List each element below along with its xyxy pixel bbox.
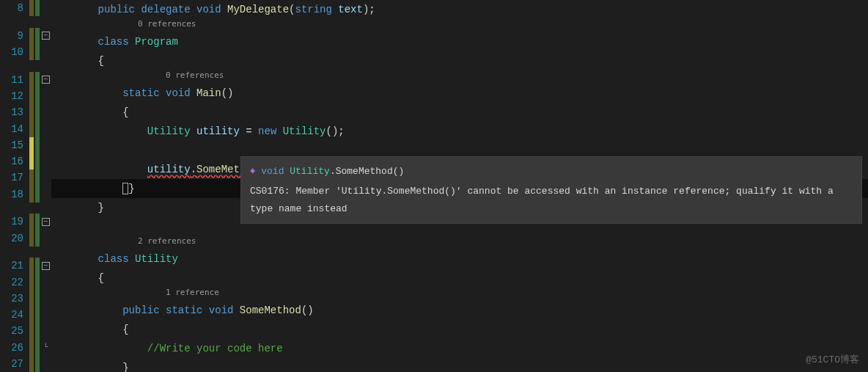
code-line[interactable]: {: [51, 103, 868, 122]
code-line[interactable]: Utility utility = new Utility();: [51, 122, 868, 141]
token-punct: {: [98, 272, 104, 284]
cursor: [122, 183, 128, 194]
fold-collapse-icon[interactable]: −: [40, 262, 51, 270]
fold-collapse-icon[interactable]: −: [40, 32, 51, 40]
code-line[interactable]: public static void SomeMethod(): [51, 301, 868, 320]
indent: [73, 221, 98, 233]
token-punct: ();: [326, 125, 345, 137]
line-number: 19: [0, 216, 29, 227]
token-punct: {: [122, 106, 128, 118]
indent: [73, 253, 98, 265]
change-indicator: [29, 104, 34, 120]
token-str-param: utility: [147, 164, 191, 175]
gutter-row: 22: [0, 274, 51, 290]
margin-bar: [35, 137, 40, 153]
gutter-row: 24: [0, 307, 51, 323]
margin-bar: [35, 0, 40, 16]
token-kw: void: [196, 4, 227, 15]
token-kw: void: [209, 304, 240, 316]
line-number: 15: [0, 139, 29, 151]
change-indicator: [29, 120, 34, 136]
indent: [73, 164, 147, 175]
line-number: 25: [0, 325, 29, 337]
token-kw: new: [258, 125, 283, 137]
change-indicator: [29, 186, 34, 203]
code-line[interactable]: public delegate void MyDelegate(string t…: [51, 0, 868, 19]
codelens-references[interactable]: 0 references: [138, 19, 196, 29]
token-kw: class: [98, 36, 135, 48]
code-line[interactable]: }: [51, 358, 868, 372]
token-str-param: utility: [196, 125, 246, 137]
gutter-row: [0, 203, 51, 214]
indent: [73, 55, 98, 67]
change-indicator: [29, 323, 34, 339]
gutter-row: 8: [0, 0, 51, 16]
codelens-references[interactable]: 1 reference: [166, 288, 219, 297]
fold-collapse-icon[interactable]: −: [40, 76, 51, 84]
sig-void: void: [261, 166, 284, 177]
indent: [73, 343, 147, 354]
codelens-references[interactable]: 2 references: [138, 236, 196, 246]
indent: [73, 125, 147, 137]
token-method: MyDelegate: [227, 4, 289, 15]
margin-bar: [35, 323, 40, 339]
gutter-row: 20: [0, 230, 51, 246]
token-punct: =: [246, 125, 258, 137]
line-number: 22: [0, 277, 29, 288]
gutter-row: 12: [0, 88, 51, 104]
code-line[interactable]: class Utility: [51, 249, 868, 269]
line-number: 12: [0, 90, 29, 102]
sig-method: .SomeMethod(): [330, 166, 404, 177]
margin-bar: [35, 291, 40, 307]
line-number: 20: [0, 233, 29, 244]
token-punct: .: [191, 164, 196, 175]
change-indicator: [29, 203, 34, 214]
code-line[interactable]: {: [51, 51, 868, 70]
indent: [73, 362, 122, 372]
gutter-row: 10: [0, 44, 51, 60]
margin-bar: [35, 274, 40, 290]
line-number: 11: [0, 74, 29, 86]
codelens-references[interactable]: 0 references: [166, 70, 224, 80]
token-punct: );: [363, 4, 375, 15]
line-number: 14: [0, 123, 29, 135]
token-kw: public: [98, 4, 141, 15]
token-punct: (): [221, 87, 234, 99]
code-line[interactable]: //Write your code here: [51, 339, 868, 358]
change-indicator: [29, 153, 34, 169]
gutter-row: 19−: [0, 214, 51, 230]
fold-collapse-icon[interactable]: −: [40, 218, 51, 226]
line-number: 26: [0, 342, 29, 354]
token-kw: delegate: [141, 4, 196, 15]
code-line[interactable]: class Program: [51, 32, 868, 51]
token-kw: public: [122, 304, 166, 316]
method-icon: ◈: [250, 164, 255, 180]
line-number: 17: [0, 172, 29, 183]
token-method: SomeMethod: [240, 304, 301, 316]
code-line[interactable]: {: [51, 269, 868, 288]
change-indicator: [29, 214, 34, 230]
code-line[interactable]: {: [51, 320, 868, 339]
line-number: 23: [0, 293, 29, 304]
margin-bar: [35, 88, 40, 104]
tooltip-signature: ◈ void Utility.SomeMethod(): [250, 163, 853, 180]
token-str-param: text: [338, 4, 363, 15]
code-line[interactable]: static void Main(): [51, 84, 868, 103]
token-type: Utility: [135, 253, 178, 265]
change-indicator: [29, 0, 34, 16]
gutter-row: 11−: [0, 72, 51, 88]
token-punct: }: [98, 202, 104, 214]
line-number: 24: [0, 309, 29, 321]
gutter-row: 13: [0, 104, 51, 120]
gutter-row: [0, 16, 51, 27]
gutter-row: [0, 247, 51, 258]
gutter-row: 17: [0, 169, 51, 186]
margin-bar: [35, 307, 40, 323]
change-indicator: [29, 169, 34, 186]
change-indicator: [29, 137, 34, 153]
error-tooltip: ◈ void Utility.SomeMethod() CS0176: Memb…: [240, 156, 862, 224]
change-indicator: [29, 230, 34, 246]
indent: [73, 202, 98, 214]
fold-spacer: └: [40, 343, 51, 351]
margin-bar: [35, 186, 40, 203]
